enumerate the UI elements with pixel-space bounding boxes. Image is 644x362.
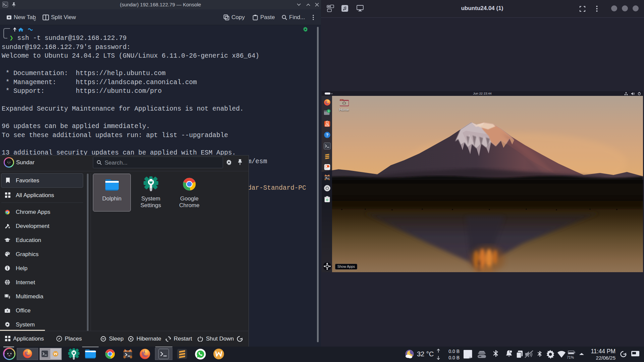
svg-text:1: 1: [328, 110, 329, 112]
svg-text:?: ?: [326, 133, 328, 137]
